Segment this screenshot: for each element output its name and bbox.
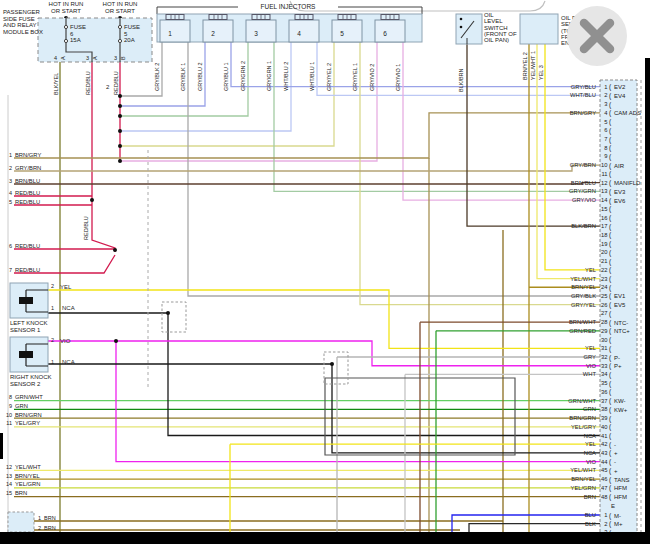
ecu-pin-number: 36 (601, 389, 607, 395)
wire-color-label: YEL (60, 284, 72, 290)
wire-color-label: GRY/BRN (15, 165, 41, 171)
ecu-pin-tag: M+ (614, 521, 623, 527)
oil-pressure-sensor-box (520, 14, 558, 44)
wire-color-label: YEL (585, 345, 597, 351)
junction-dot (118, 129, 122, 133)
oil-level-switch-label: LEVEL (484, 18, 503, 24)
fusebox-pin-number: 3 (86, 55, 89, 61)
wire-color-label: BLK/YEL (53, 73, 59, 95)
injector-box-4 (289, 20, 319, 42)
ecu-pin-number: 40 (601, 424, 607, 430)
wire-color-label: YEL/WHT 1 (530, 51, 536, 80)
ecu-pin-tag: MANIFLD (614, 180, 641, 186)
ecu-pin-tag: EV1 (614, 293, 626, 299)
ecu-pin-tag: EV5 (614, 302, 626, 308)
ecu-pin-tag: - (614, 442, 616, 448)
wire-color-label: YEL/WHT (15, 464, 41, 470)
junction-dot (118, 144, 122, 148)
overlay-tab-edge (290, 1, 545, 11)
ecu-pin-number: 27 (601, 310, 607, 316)
left-pin-number: 1 (9, 152, 12, 158)
ecu-pin-number: 15 (601, 206, 607, 212)
wire-color-label: GRY/BLK 2 (154, 63, 160, 91)
wire-color-label: BRN/BLU (15, 178, 40, 184)
fuse-amps: 20A (124, 37, 135, 43)
injector-box-1 (160, 20, 190, 42)
ecu-pin-number: 2 (604, 521, 607, 527)
left-pin-number: 11 (6, 420, 12, 426)
ecu-pin-number: 30 (601, 337, 607, 343)
ecu-pin-number: 7 (604, 136, 607, 142)
wire-gry-grn (274, 42, 600, 191)
fuse-box-label: PASSENGER (3, 9, 41, 15)
junction-dot (460, 18, 463, 21)
ecu-pin-number: 42 (601, 441, 607, 447)
ecu-pin-number: 20 (601, 249, 607, 255)
ecu-pin-number: 22 (601, 267, 607, 273)
junction-dot (114, 339, 118, 343)
wire-color-label: GRY/YEL (571, 302, 597, 308)
fuse-box-label: MODULE BOX (3, 29, 43, 35)
ecu-pin-number: 25 (601, 293, 607, 299)
knock-sensor-icon (19, 351, 33, 358)
ecu-pin-number: 17 (601, 223, 607, 229)
ecu-pin-tag: P+ (614, 363, 622, 369)
ecu-pin-number: 47 (601, 485, 607, 491)
inline-connector (162, 302, 186, 332)
ecu-pin-number: 8 (604, 145, 607, 151)
wire-color-label: VIO (60, 338, 71, 344)
left-edge-mark (0, 433, 3, 459)
close-button[interactable] (567, 6, 627, 66)
wire-color-label: BRN (44, 515, 56, 521)
wire-color-label: WHT/BLU 2 (283, 62, 289, 91)
wire-color-label: VIO (586, 459, 596, 465)
wire-color-label: NCA (62, 359, 75, 365)
wire-color-label: YEL (585, 441, 597, 447)
wire-color-label: RED/BLU (15, 199, 40, 205)
right-black-bar (645, 58, 650, 532)
wire-vio (48, 341, 600, 366)
wire-color-label: YEL/GRY (571, 424, 596, 430)
wire-color-label: GRY/VIO (572, 197, 597, 203)
wire-color-label: GRY/BLU 2 (197, 62, 203, 91)
ecu-pin-number: 5 (604, 119, 607, 125)
wire-color-label: RED/BLU (113, 71, 119, 95)
wire-color-label: BRN/GRY (570, 110, 596, 116)
wire-brn-gry (14, 113, 600, 158)
injector-box-3 (246, 20, 276, 42)
ecu-pin-number: 1 (604, 512, 607, 518)
ecu-pin-number: 2 (604, 92, 607, 98)
left-pin-number: 12 (6, 464, 12, 470)
ecu-pin-tag: AIR (614, 163, 625, 169)
injector-number: 1 (168, 30, 172, 37)
left-pin-number: 8 (9, 394, 12, 400)
wire-color-label: GRY/BLU 1 (223, 62, 229, 91)
fuse-terminal (64, 25, 67, 28)
wire-color-label: GRN/WHT (15, 394, 43, 400)
wire-color-label: GRY/GRN 2 (240, 61, 246, 91)
ecu-pin-tag: + (614, 468, 618, 474)
ecu-pin-number: 21 (601, 258, 607, 264)
wire-color-label: BRN/YEL (571, 476, 597, 482)
wire-color-label: RED/BLU (15, 190, 40, 196)
ecu-pin-tag: NTC- (614, 320, 628, 326)
wire-color-label: GRY/GRN (569, 188, 596, 194)
wire-color-label: RED/BLU (15, 267, 40, 273)
wire-color-label: NCA (62, 305, 75, 311)
injector-box-5 (332, 20, 362, 42)
wire-color-label: BLK/BRN (458, 68, 464, 92)
ecu-pin-number: 48 (601, 494, 607, 500)
wire-color-label: YEL/WHT (570, 467, 596, 473)
wire-color-label: RED/BLU (15, 243, 40, 249)
hot-label: OR START (51, 8, 81, 14)
wire-color-label: GRY (584, 354, 597, 360)
ecu-pin-tag: CAM ADS (614, 110, 641, 116)
wire-color-label: BRN/YEL (571, 284, 597, 290)
left-pin-number: 3 (9, 178, 12, 184)
junction-dot (166, 311, 170, 315)
ecu-pin-number: 1 (604, 84, 607, 90)
ecu-pin-number: 33 (601, 363, 607, 369)
junction-dot (118, 159, 122, 163)
knock-sensor-label: LEFT KNOCK (10, 320, 48, 326)
ecu-pin-number: 10 (601, 162, 607, 168)
